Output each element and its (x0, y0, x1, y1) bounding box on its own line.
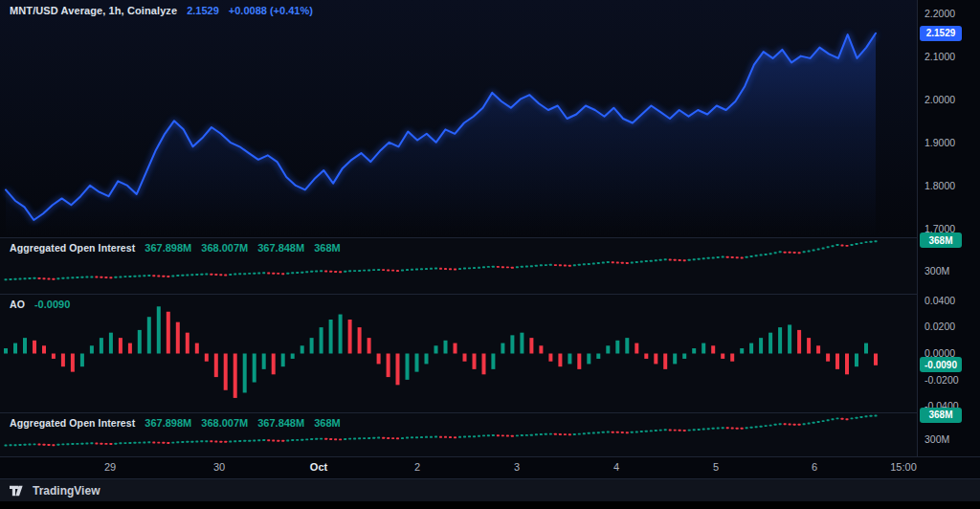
tradingview-logo-icon (10, 485, 27, 497)
axis-label: 2.1000 (924, 51, 955, 62)
open-interest-legend-top: Aggregated Open Interest 367.898M 368.00… (10, 242, 341, 254)
axis-label: 2.0000 (924, 94, 955, 105)
time-label: 6 (812, 461, 817, 473)
open-interest-badge: 368M (920, 408, 962, 423)
awesome-oscillator-panel[interactable]: AO -0.0090 (0, 294, 917, 412)
last-price-badge: 2.1529 (920, 26, 962, 41)
ao-value: -0.0090 (34, 299, 70, 310)
oi-open-value: 367.898M (145, 417, 191, 429)
chart-footer: TradingView (0, 478, 980, 501)
time-scale[interactable]: 2930Oct2345615:00 (0, 456, 980, 478)
axis-label: 1.9000 (924, 137, 955, 148)
open-interest-panel-bottom[interactable]: Aggregated Open Interest 367.898M 368.00… (0, 412, 917, 456)
oi-close-value: 368M (314, 242, 341, 254)
oi-high-value: 368.007M (201, 242, 248, 254)
axis-label: -0.0200 (924, 374, 959, 386)
open-interest-badge: 368M (920, 232, 962, 248)
ao-value-badge: -0.0090 (920, 357, 962, 372)
time-label: 15:00 (890, 461, 917, 473)
price-scale[interactable]: 2.20002.10002.00001.90001.80001.7000300M… (917, 0, 980, 456)
price-line-chart[interactable] (0, 0, 917, 237)
ao-title[interactable]: AO (10, 299, 25, 310)
axis-label: 300M (924, 433, 949, 445)
price-chart-panel[interactable]: MNT/USD Average, 1h, Coinalyze 2.1529 +0… (0, 0, 917, 237)
symbol-title[interactable]: MNT/USD Average, 1h, Coinalyze (10, 5, 177, 16)
oi-low-value: 367.848M (257, 417, 304, 429)
open-interest-title[interactable]: Aggregated Open Interest (10, 417, 135, 429)
price-legend: MNT/USD Average, 1h, Coinalyze 2.1529 +0… (10, 5, 313, 16)
axis-label: 2.2000 (924, 8, 955, 19)
tradingview-brand-text: TradingView (33, 484, 100, 498)
awesome-oscillator-histogram[interactable] (0, 295, 917, 412)
axis-label: 0.0200 (924, 321, 955, 332)
tradingview-chart-window: MNT/USD Average, 1h, Coinalyze 2.1529 +0… (0, 0, 980, 509)
axis-label: 300M (924, 265, 949, 277)
axis-label: 0.0400 (924, 295, 955, 306)
tradingview-logo[interactable]: TradingView (10, 484, 100, 498)
oi-low-value: 367.848M (257, 242, 304, 254)
open-interest-title[interactable]: Aggregated Open Interest (10, 242, 135, 254)
price-change-value: +0.0088 (+0.41%) (229, 5, 313, 16)
time-label: 5 (713, 461, 719, 473)
open-interest-panel-top[interactable]: Aggregated Open Interest 367.898M 368.00… (0, 237, 917, 294)
oi-high-value: 368.007M (201, 417, 248, 429)
time-label: 30 (213, 461, 225, 473)
last-price-value: 2.1529 (187, 5, 219, 16)
time-label: Oct (310, 461, 327, 473)
time-label: 29 (104, 461, 116, 473)
bottom-strip (0, 501, 980, 509)
awesome-oscillator-legend: AO -0.0090 (10, 299, 70, 310)
time-label: 2 (414, 461, 420, 473)
time-label: 3 (514, 461, 520, 473)
open-interest-legend-bottom: Aggregated Open Interest 367.898M 368.00… (10, 417, 341, 429)
oi-close-value: 368M (314, 417, 341, 429)
time-label: 4 (613, 461, 619, 473)
axis-label: 1.8000 (924, 180, 955, 191)
oi-open-value: 367.898M (145, 242, 191, 254)
